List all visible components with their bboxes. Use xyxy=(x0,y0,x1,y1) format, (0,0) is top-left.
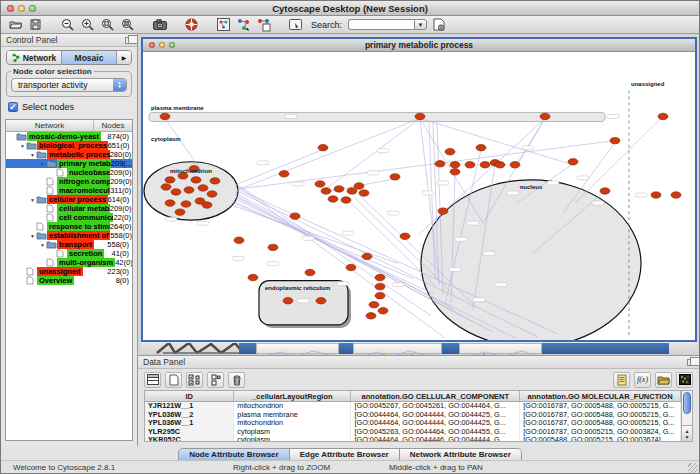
graph-node[interactable] xyxy=(610,137,620,143)
graph-node[interactable] xyxy=(450,162,460,168)
expand-triangle-icon[interactable]: ▼ xyxy=(19,143,26,149)
graph-node[interactable] xyxy=(283,298,293,304)
tree-item-metabolic-process[interactable]: ▼metabolic process280(0) xyxy=(6,150,132,159)
graph-node[interactable] xyxy=(378,308,388,314)
tree-column-nodes[interactable]: Nodes xyxy=(94,120,132,131)
graph-node[interactable] xyxy=(234,237,244,243)
network-view-titlebar[interactable]: primary metabolic process xyxy=(143,39,695,52)
resize-grip[interactable] xyxy=(688,463,698,473)
graph-node[interactable] xyxy=(165,200,175,206)
graph-node[interactable] xyxy=(375,283,385,289)
close-button[interactable] xyxy=(7,5,14,12)
graph-node[interactable] xyxy=(334,186,344,192)
function-builder-icon[interactable]: f(x) xyxy=(634,372,651,388)
graph-node[interactable] xyxy=(658,113,668,119)
expand-triangle-icon[interactable]: ▼ xyxy=(29,233,36,239)
tab-network[interactable]: Network xyxy=(7,51,62,64)
graph-node[interactable] xyxy=(369,302,379,308)
network-overview-icon[interactable] xyxy=(215,17,232,32)
graph-node[interactable] xyxy=(495,162,505,168)
graph-node[interactable] xyxy=(184,187,194,193)
search-input[interactable] xyxy=(348,19,414,30)
tree-item-primary-metabol[interactable]: ▼primary metabol209(... xyxy=(6,159,132,168)
help-icon[interactable] xyxy=(183,17,200,32)
minimize-button[interactable] xyxy=(18,5,25,12)
graph-node[interactable] xyxy=(191,177,201,183)
graph-node[interactable] xyxy=(600,188,610,194)
tree-item-cellular-metabo[interactable]: cellular metabo209(0) xyxy=(6,204,132,213)
zoom-in-icon[interactable] xyxy=(79,17,96,32)
tree-item-secretion[interactable]: secretion41(0) xyxy=(6,249,132,258)
tree-item-cellular-process[interactable]: ▼cellular process614(0) xyxy=(6,195,132,204)
graph-node[interactable] xyxy=(341,197,351,203)
expand-triangle-icon[interactable]: ▼ xyxy=(39,242,46,248)
search-dropdown-icon[interactable]: ▼ xyxy=(414,19,427,30)
background-window-canvas[interactable] xyxy=(353,343,442,354)
graph-node[interactable] xyxy=(362,253,372,259)
save-session-icon[interactable] xyxy=(27,17,44,32)
snapshot-icon[interactable] xyxy=(151,17,168,32)
scrollbar-arrows[interactable]: ▲▼ xyxy=(682,425,692,441)
tree-item-overview[interactable]: Overview8(0) xyxy=(6,276,132,285)
tab-edge-attribute-browser[interactable]: Edge Attribute Browser xyxy=(290,449,400,460)
graph-node[interactable] xyxy=(321,188,331,194)
table-scrollbar[interactable]: ▲▼ xyxy=(681,391,692,441)
view-minimize-button[interactable] xyxy=(159,42,165,48)
graph-node[interactable] xyxy=(476,144,486,150)
view-close-button[interactable] xyxy=(149,42,155,48)
column-header-region[interactable]: _cellularLayoutRegion xyxy=(234,391,351,401)
background-window-titlebar[interactable] xyxy=(542,343,669,354)
tree-item-nitrogen-compo[interactable]: nitrogen compo209(0) xyxy=(6,177,132,186)
import-attributes-icon[interactable] xyxy=(655,372,672,388)
zoom-fit-icon[interactable] xyxy=(99,17,116,32)
graph-node[interactable] xyxy=(305,269,315,275)
graph-node[interactable] xyxy=(207,191,217,197)
graph-node[interactable] xyxy=(445,148,455,154)
column-header-cellular-component[interactable]: annotation.GO CELLULAR_COMPONENT xyxy=(351,391,520,401)
graph-node[interactable] xyxy=(268,244,278,250)
graph-node[interactable] xyxy=(175,209,185,215)
tree-item-biological-process[interactable]: ▼biological_process651(0) xyxy=(6,141,132,150)
graph-node[interactable] xyxy=(165,177,175,183)
view-zoom-button[interactable] xyxy=(169,42,175,48)
matrix-icon[interactable] xyxy=(676,372,693,388)
graph-node[interactable] xyxy=(568,159,578,165)
tab-node-attribute-browser[interactable]: Node Attribute Browser xyxy=(179,449,290,460)
table-row[interactable]: YPL036W__1mitochondrion[GO:0044464, GO:0… xyxy=(145,419,681,428)
annotation-icon[interactable] xyxy=(287,17,304,32)
expand-triangle-icon[interactable]: ▼ xyxy=(29,152,36,158)
table-row[interactable]: YLR295Ccytoplasm[GO:0045263, GO:0044464,… xyxy=(145,428,681,437)
graph-node[interactable] xyxy=(346,264,356,270)
select-nodes-checkbox[interactable]: ✓ xyxy=(8,102,18,112)
graph-node[interactable] xyxy=(510,162,520,168)
unselect-attributes-icon[interactable] xyxy=(207,372,224,388)
graph-node[interactable] xyxy=(318,144,328,150)
graph-node[interactable] xyxy=(181,201,191,207)
node-color-select[interactable]: transporter activity ▲▼ xyxy=(11,78,127,92)
graph-node[interactable] xyxy=(354,183,364,189)
tree-column-network[interactable]: Network xyxy=(6,120,94,131)
table-row[interactable]: YKR052Ccytoplasm[GO:0044464, GO:0044446,… xyxy=(145,436,681,441)
select-attributes-icon[interactable] xyxy=(186,372,203,388)
zoom-out-icon[interactable] xyxy=(59,17,76,32)
graph-node[interactable] xyxy=(171,189,181,195)
column-header-id[interactable]: ID xyxy=(145,391,234,401)
graph-node[interactable] xyxy=(651,192,661,198)
graph-node[interactable] xyxy=(450,169,460,175)
expand-triangle-icon[interactable]: ▼ xyxy=(39,161,46,167)
tree-item-nucleobase-[interactable]: nucleobase-209(0) xyxy=(6,168,132,177)
graph-node[interactable] xyxy=(671,192,681,198)
search-config-icon[interactable] xyxy=(430,17,447,32)
graph-node[interactable] xyxy=(210,178,220,184)
graph-node[interactable] xyxy=(328,196,338,202)
graph-node[interactable] xyxy=(400,233,410,239)
graph-node[interactable] xyxy=(347,188,357,194)
tree-item-response-to-stimul[interactable]: response to stimul264(0) xyxy=(6,222,132,231)
delete-attribute-icon[interactable] xyxy=(228,372,245,388)
float-data-panel-icon[interactable] xyxy=(687,359,695,366)
graph-node[interactable] xyxy=(279,171,289,177)
column-header-molecular-function[interactable]: annotation.GO MOLECULAR_FUNCTION xyxy=(520,391,681,401)
graph-node[interactable] xyxy=(375,292,385,298)
graph-node[interactable] xyxy=(438,208,448,214)
tree-item-macromolecule[interactable]: macromolecule311(0) xyxy=(6,186,132,195)
